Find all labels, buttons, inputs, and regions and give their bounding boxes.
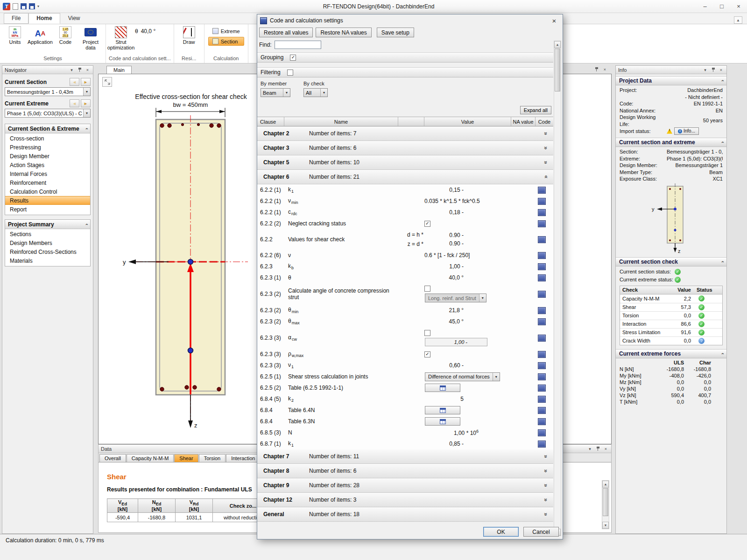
by-check-select[interactable]: All ▾ <box>303 88 328 97</box>
scrollbar-thumb[interactable] <box>603 488 608 516</box>
tab-torsion[interactable]: Torsion <box>199 454 226 462</box>
code-icon[interactable] <box>538 220 546 227</box>
panel-menu-icon[interactable]: ▾ <box>587 446 593 452</box>
row-input[interactable]: 1,00 - <box>425 338 487 346</box>
nav-group-header[interactable]: Project Summary› <box>5 220 90 229</box>
chapter-header-chapter-9[interactable]: Chapter 9Number of items: 28» <box>257 478 553 493</box>
chapter-header-chapter-5[interactable]: Chapter 5Number of items: 10» <box>257 155 553 170</box>
sidebar-item-design-members[interactable]: Design Members <box>5 238 90 247</box>
close-button[interactable]: × <box>730 0 747 13</box>
collapse-icon[interactable]: › <box>84 128 89 130</box>
code-icon[interactable] <box>538 318 546 325</box>
code-icon[interactable] <box>538 362 546 369</box>
code-icon[interactable] <box>538 385 546 392</box>
tab-shear[interactable]: Shear <box>174 454 198 462</box>
extreme-forces-header[interactable]: Current extreme forces › <box>616 349 726 358</box>
row-dropdown[interactable]: Difference of normal forces▾ <box>425 372 500 381</box>
code-icon[interactable] <box>538 198 546 205</box>
sidebar-item-reinforced-cross-sections[interactable]: Reinforced Cross-Sections <box>5 247 90 256</box>
sidebar-item-cross-section[interactable]: Cross-section <box>5 134 90 143</box>
tab-main[interactable]: Main <box>106 66 132 74</box>
chevron-down-icon[interactable]: » <box>543 484 550 487</box>
restore-all-values-button[interactable]: Restore all values <box>259 28 313 37</box>
chapter-header-general[interactable]: GeneralNumber of items: 18» <box>257 507 553 522</box>
sidebar-item-results[interactable]: Results <box>5 196 90 205</box>
row-checkbox[interactable]: ✓ <box>424 221 430 227</box>
scrollbar-thumb[interactable] <box>555 49 560 91</box>
code-icon[interactable] <box>538 209 546 216</box>
sidebar-item-design-member[interactable]: Design Member <box>5 152 90 161</box>
info-button[interactable]: iInfo... <box>674 127 699 135</box>
ribbon-collapse-icon[interactable]: ▲ <box>734 16 742 24</box>
collapse-icon[interactable]: › <box>719 353 725 355</box>
code-icon[interactable] <box>538 236 546 243</box>
code-icon[interactable] <box>538 291 546 298</box>
chevron-down-icon[interactable]: » <box>543 147 550 150</box>
save-setup-button[interactable]: Save setup <box>377 28 414 37</box>
table-button[interactable] <box>425 406 460 414</box>
minimize-button[interactable]: – <box>697 0 713 13</box>
row-dropdown[interactable]: Long. reinf. and Strut▾ <box>425 294 486 302</box>
tab-overall[interactable]: Overall <box>99 454 126 462</box>
calc-extreme-button[interactable]: Extreme <box>208 27 244 35</box>
pin-icon[interactable] <box>595 446 601 452</box>
sidebar-item-action-stages[interactable]: Action Stages <box>5 161 90 169</box>
scroll-down-icon[interactable]: ▼ <box>602 522 609 529</box>
theta-value[interactable]: 40,0 ° <box>141 28 156 35</box>
pin-icon[interactable] <box>593 66 599 72</box>
expand-all-button[interactable]: Expand all <box>520 106 551 114</box>
maximize-button[interactable]: □ <box>713 0 730 13</box>
dialog-titlebar[interactable]: Code and calculation settings × <box>257 14 563 27</box>
chapter-header-chapter-7[interactable]: Chapter 7Number of items: 11» <box>257 449 553 464</box>
code-icon[interactable] <box>538 418 546 425</box>
code-icon[interactable] <box>538 429 546 436</box>
strut-optimization-button[interactable]: Strut optimization <box>110 26 132 50</box>
units-button[interactable]: mkNMPa Units <box>4 26 26 45</box>
chapter-header-chapter-12[interactable]: Chapter 12Number of items: 3» <box>257 493 553 507</box>
code-icon[interactable] <box>538 373 546 380</box>
grouping-checkbox[interactable]: ✓ <box>290 55 296 61</box>
code-icon[interactable] <box>538 396 546 403</box>
zoom-fit-button[interactable] <box>102 77 112 87</box>
next-extreme-button[interactable]: ► <box>81 99 91 107</box>
table-button[interactable] <box>425 417 460 426</box>
code-button[interactable]: 1,459025,8 Code <box>54 26 77 45</box>
panel-close-icon[interactable]: × <box>718 67 724 73</box>
new-file-icon[interactable] <box>13 3 18 10</box>
chevron-down-icon[interactable]: » <box>543 498 550 502</box>
code-icon[interactable] <box>538 187 546 194</box>
find-input[interactable] <box>275 41 321 49</box>
scroll-up-icon[interactable]: ▲ <box>602 481 609 488</box>
chevron-down-icon[interactable]: » <box>543 161 550 164</box>
section-check-header[interactable]: Current section check › <box>616 257 726 266</box>
current-section-select[interactable]: Bemessungsträger 1 - 0,43m ▾ <box>5 87 91 96</box>
sidebar-item-reinforcement[interactable]: Reinforcement <box>5 178 90 187</box>
tab-capacity-n-m-m[interactable]: Capacity N-M-M <box>127 454 174 462</box>
chapter-header-chapter-8[interactable]: Chapter 8Number of items: 6» <box>257 464 553 478</box>
chevron-down-icon[interactable]: » <box>543 132 550 135</box>
sidebar-item-internal-forces[interactable]: Internal Forces <box>5 169 90 178</box>
project-data-header[interactable]: Project Data › <box>616 76 726 85</box>
calc-section-button[interactable]: Section <box>208 37 244 46</box>
tab-home[interactable]: Home <box>28 13 60 24</box>
sidebar-item-sections[interactable]: Sections <box>5 230 90 238</box>
tab-view[interactable]: View <box>60 13 88 24</box>
chapter-header-chapter-6[interactable]: Chapter 6Number of items: 21» <box>257 170 553 184</box>
quick-access-dropdown-icon[interactable]: ▾ <box>37 4 39 8</box>
row-checkbox[interactable] <box>424 330 430 336</box>
scroll-up-icon[interactable]: ▲ <box>554 41 561 48</box>
filtering-checkbox[interactable] <box>287 70 293 76</box>
row-checkbox[interactable] <box>424 286 430 292</box>
panel-close-icon[interactable]: × <box>85 67 91 73</box>
collapse-icon[interactable]: › <box>719 261 725 263</box>
project-data-button[interactable]: Project data <box>79 26 102 50</box>
prev-section-button[interactable]: ◄ <box>70 78 79 86</box>
cancel-button[interactable]: Cancel <box>523 527 559 537</box>
chapter-header-chapter-3[interactable]: Chapter 3Number of items: 6» <box>257 141 553 155</box>
draw-button[interactable]: Draw <box>178 26 200 45</box>
section-extreme-header[interactable]: Current section and extreme › <box>616 138 726 147</box>
restore-na-values-button[interactable]: Restore NA values <box>316 28 371 37</box>
ok-button[interactable]: OK <box>483 527 519 537</box>
dialog-close-button[interactable]: × <box>549 17 560 25</box>
code-icon[interactable] <box>538 441 546 448</box>
